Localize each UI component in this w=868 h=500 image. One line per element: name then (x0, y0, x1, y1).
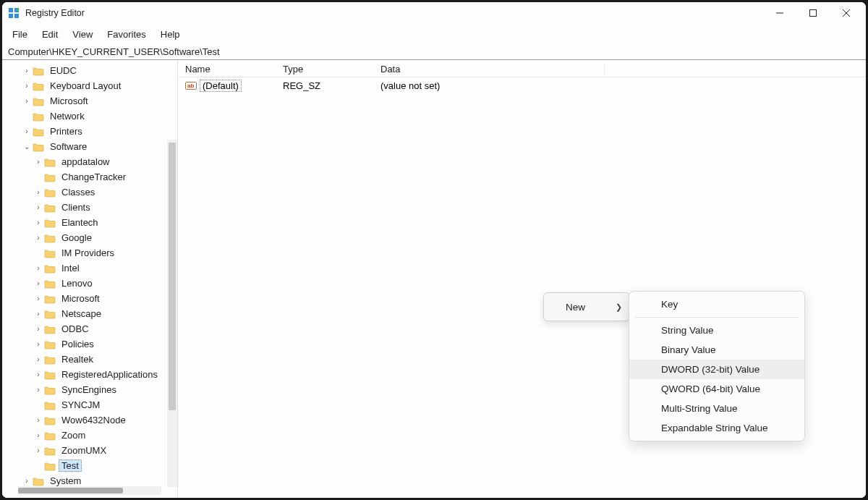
tree-item-label: Policies (59, 339, 97, 349)
folder-icon (44, 203, 56, 213)
expand-icon[interactable]: › (21, 67, 33, 75)
tree-scrollbar-thumb-vertical[interactable] (169, 143, 176, 410)
expand-icon[interactable]: › (33, 310, 44, 318)
tree-item-label: SyncEngines (59, 384, 119, 395)
expand-icon[interactable]: › (21, 97, 33, 105)
expand-icon[interactable]: › (33, 416, 44, 424)
expand-icon[interactable]: › (21, 82, 33, 90)
tree-item[interactable]: ›Classes (2, 185, 177, 200)
tree-item[interactable]: ›Lenovo (2, 276, 177, 291)
expand-icon[interactable]: › (33, 295, 44, 302)
column-data[interactable]: Data (373, 64, 605, 75)
tree-item[interactable]: ›Elantech (2, 215, 177, 230)
menu-separator (635, 317, 799, 318)
expand-icon[interactable]: › (33, 325, 44, 333)
tree-item[interactable]: Test (2, 458, 177, 473)
close-button[interactable] (830, 2, 863, 24)
tree-item[interactable]: ›Netscape (2, 306, 177, 321)
tree-item[interactable]: ›Keyboard Layout (2, 78, 177, 93)
maximize-button[interactable] (796, 2, 830, 24)
expand-icon[interactable]: › (33, 340, 44, 348)
folder-icon (44, 294, 56, 304)
expand-icon[interactable]: › (33, 264, 44, 272)
submenu-item-string-value[interactable]: String Value (629, 321, 804, 340)
tree-item[interactable]: ›ZoomUMX (2, 443, 177, 458)
expand-icon[interactable]: › (33, 446, 44, 454)
tree-item[interactable]: ›Google (2, 230, 177, 245)
expand-icon[interactable]: › (33, 203, 44, 211)
menu-edit[interactable]: Edit (35, 26, 65, 43)
expand-icon[interactable]: › (33, 279, 44, 287)
menu-help[interactable]: Help (153, 26, 187, 43)
values-pane[interactable]: Name Type Data ab (Default) REG_SZ (valu… (178, 60, 866, 498)
expand-icon[interactable]: › (33, 431, 44, 439)
address-bar[interactable]: Computer\HKEY_CURRENT_USER\Software\Test (2, 44, 866, 60)
menu-file[interactable]: File (5, 26, 35, 43)
tree-item-label: Realtek (59, 354, 96, 365)
folder-icon (44, 218, 56, 228)
tree-item[interactable]: ›Policies (2, 336, 177, 352)
svg-point-4 (17, 8, 20, 11)
tree-item[interactable]: Network (2, 109, 177, 124)
submenu-item-dword-value[interactable]: DWORD (32-bit) Value (629, 360, 804, 379)
submenu-item-qword-value[interactable]: QWORD (64-bit) Value (629, 379, 804, 399)
tree-item[interactable]: ›Zoom (2, 428, 177, 443)
expand-icon[interactable]: › (33, 386, 44, 394)
tree-item[interactable]: ›Microsoft (2, 93, 177, 109)
address-text: Computer\HKEY_CURRENT_USER\Software\Test (8, 46, 220, 57)
tree-item-label: ODBC (59, 323, 92, 334)
tree-item[interactable]: ⌄Software (2, 139, 177, 154)
expand-icon[interactable]: › (33, 219, 44, 226)
tree-item[interactable]: ›appdatalow (2, 154, 177, 169)
submenu-item-multistring-value[interactable]: Multi-String Value (629, 399, 804, 418)
tree-item-label: Network (47, 111, 88, 122)
menu-favorites[interactable]: Favorites (100, 26, 153, 43)
folder-icon (44, 415, 56, 425)
expand-icon[interactable]: › (21, 477, 33, 485)
context-menu-new[interactable]: New ❯ (544, 296, 629, 318)
column-type[interactable]: Type (276, 64, 373, 75)
tree-item-label: Clients (59, 202, 93, 213)
tree-item[interactable]: ›Realtek (2, 352, 177, 367)
tree-item-label: Lenovo (59, 278, 95, 289)
column-name[interactable]: Name (178, 64, 276, 75)
value-type: REG_SZ (276, 80, 373, 91)
submenu-item-expandablestring-value[interactable]: Expandable String Value (629, 418, 804, 438)
submenu-label: Binary Value (661, 344, 716, 355)
expand-icon[interactable]: › (33, 234, 44, 242)
folder-icon (33, 66, 44, 76)
tree-item[interactable]: SYNCJM (2, 397, 177, 412)
folder-icon (44, 400, 56, 410)
expand-icon[interactable]: › (33, 355, 44, 363)
tree-item[interactable]: ›EUDC (2, 63, 177, 78)
folder-icon (44, 355, 56, 365)
tree-item[interactable]: ›Clients (2, 200, 177, 215)
registry-tree[interactable]: ›EUDC›Keyboard Layout›MicrosoftNetwork›P… (2, 60, 177, 498)
expand-icon[interactable]: › (33, 370, 44, 378)
expand-icon[interactable]: › (33, 158, 44, 166)
tree-item[interactable]: ChangeTracker (2, 169, 177, 185)
value-row[interactable]: ab (Default) REG_SZ (value not set) (178, 77, 866, 93)
tree-scrollbar-thumb-horizontal[interactable] (18, 488, 123, 493)
tree-item[interactable]: ›ODBC (2, 321, 177, 336)
tree-item[interactable]: ›Intel (2, 260, 177, 276)
folder-icon (44, 157, 56, 167)
tree-item[interactable]: ›RegisteredApplications (2, 367, 177, 382)
folder-icon (44, 248, 56, 258)
tree-item[interactable]: ›Printers (2, 124, 177, 139)
tree-item[interactable]: IM Providers (2, 245, 177, 260)
tree-item[interactable]: ›Microsoft (2, 291, 177, 306)
tree-scrollbar-vertical[interactable] (167, 140, 177, 487)
main-pane: ›EUDC›Keyboard Layout›MicrosoftNetwork›P… (2, 60, 866, 498)
collapse-icon[interactable]: ⌄ (21, 143, 33, 151)
tree-item[interactable]: ›Wow6432Node (2, 412, 177, 428)
menu-view[interactable]: View (65, 26, 100, 43)
tree-item[interactable]: ›SyncEngines (2, 382, 177, 397)
submenu-item-key[interactable]: Key (629, 295, 804, 314)
expand-icon[interactable]: › (33, 188, 44, 196)
tree-scrollbar-horizontal[interactable] (18, 486, 161, 495)
minimize-button[interactable] (763, 2, 796, 24)
tree-item-label: RegisteredApplications (59, 369, 161, 380)
expand-icon[interactable]: › (21, 127, 33, 135)
submenu-item-binary-value[interactable]: Binary Value (629, 340, 804, 360)
